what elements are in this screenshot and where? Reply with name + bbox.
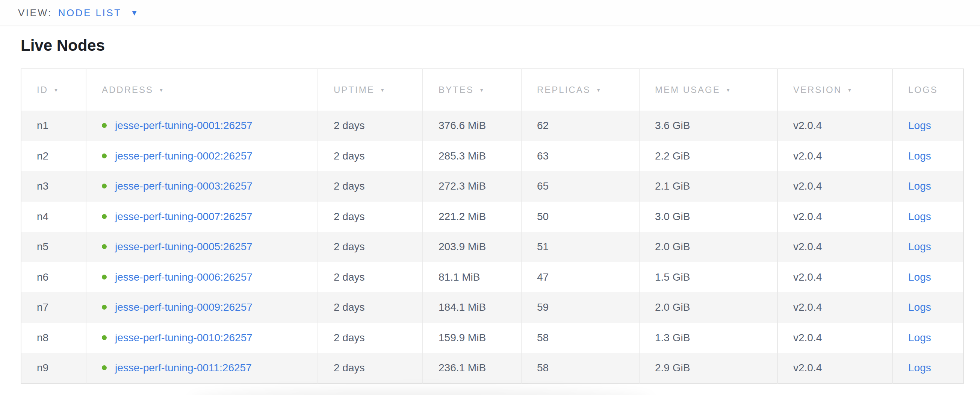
node-bytes-cell: 285.3 MiB [423,141,521,171]
node-replicas-cell: 51 [521,232,639,262]
node-mem-usage-cell: 2.0 GiB [639,292,778,323]
node-live-status-icon [102,305,107,310]
node-address-cell: jesse-perf-tuning-0001:26257 [86,110,318,141]
node-uptime-cell: 2 days [318,353,423,383]
node-replicas-cell: 47 [521,262,639,293]
node-replicas-cell: 58 [521,323,639,353]
column-header-mem-usage[interactable]: MEM USAGE▼ [639,69,778,110]
node-mem-usage-cell: 2.0 GiB [639,232,778,262]
node-id-cell: n6 [21,262,86,293]
sort-arrow-icon: ▼ [159,87,165,93]
node-logs-link[interactable]: Logs [908,241,931,253]
node-logs-link[interactable]: Logs [908,211,931,222]
node-address-cell: jesse-perf-tuning-0002:26257 [86,141,318,171]
sort-arrow-icon: ▼ [479,87,485,93]
node-logs-cell: Logs [892,292,964,323]
node-address-link[interactable]: jesse-perf-tuning-0001:26257 [115,120,253,131]
node-id-cell: n4 [21,201,86,232]
node-bytes-cell: 159.9 MiB [423,323,521,353]
table-row: n5 jesse-perf-tuning-0005:26257 2 days 2… [21,232,964,262]
node-id-cell: n2 [21,141,86,171]
node-logs-link[interactable]: Logs [908,180,931,192]
table-row: n9 jesse-perf-tuning-0011:26257 2 days 2… [21,353,964,383]
node-address-link[interactable]: jesse-perf-tuning-0002:26257 [115,150,253,162]
node-logs-cell: Logs [892,141,964,171]
node-address-link[interactable]: jesse-perf-tuning-0010:26257 [115,332,253,344]
node-address-cell: jesse-perf-tuning-0007:26257 [86,201,318,232]
node-address-link[interactable]: jesse-perf-tuning-0007:26257 [115,211,253,222]
view-selector-dropdown[interactable]: VIEW: NODE LIST ▼ [18,7,138,19]
column-header-version[interactable]: VERSION▼ [778,69,892,110]
column-header-address[interactable]: ADDRESS▼ [86,69,318,110]
node-live-status-icon [102,214,107,219]
column-header-label: VERSION [793,85,842,95]
sort-arrow-icon: ▼ [596,87,602,93]
node-version-cell: v2.0.4 [778,141,892,171]
node-address-cell: jesse-perf-tuning-0011:26257 [86,353,318,383]
node-replicas-cell: 59 [521,292,639,323]
table-row: n8 jesse-perf-tuning-0010:26257 2 days 1… [21,323,964,353]
column-header-id[interactable]: ID▼ [21,69,86,110]
node-logs-link[interactable]: Logs [908,332,931,344]
node-mem-usage-cell: 2.2 GiB [639,141,778,171]
node-logs-cell: Logs [892,353,964,383]
node-logs-cell: Logs [892,171,964,201]
table-row: n3 jesse-perf-tuning-0003:26257 2 days 2… [21,171,964,201]
node-id-cell: n8 [21,323,86,353]
node-replicas-cell: 62 [521,110,639,141]
node-bytes-cell: 376.6 MiB [423,110,521,141]
node-version-cell: v2.0.4 [778,171,892,201]
view-label: VIEW: [18,7,52,19]
node-live-status-icon [102,123,107,128]
node-logs-link[interactable]: Logs [908,362,931,374]
node-mem-usage-cell: 1.3 GiB [639,323,778,353]
table-row: n2 jesse-perf-tuning-0002:26257 2 days 2… [21,141,964,171]
column-header-label: ID [37,85,48,95]
column-header-logs: LOGS [892,69,964,110]
column-header-label: UPTIME [334,85,375,95]
node-live-status-icon [102,275,107,280]
node-logs-cell: Logs [892,232,964,262]
node-uptime-cell: 2 days [318,141,423,171]
node-id-cell: n1 [21,110,86,141]
node-replicas-cell: 63 [521,141,639,171]
node-logs-link[interactable]: Logs [908,120,931,131]
live-nodes-table-body: n1 jesse-perf-tuning-0001:26257 2 days 3… [21,110,964,383]
node-logs-link[interactable]: Logs [908,301,931,313]
node-uptime-cell: 2 days [318,171,423,201]
node-id-cell: n3 [21,171,86,201]
node-logs-link[interactable]: Logs [908,271,931,283]
column-header-label: REPLICAS [537,85,591,95]
node-address-cell: jesse-perf-tuning-0003:26257 [86,171,318,201]
node-uptime-cell: 2 days [318,201,423,232]
node-address-link[interactable]: jesse-perf-tuning-0005:26257 [115,241,253,253]
node-bytes-cell: 203.9 MiB [423,232,521,262]
node-id-cell: n9 [21,353,86,383]
node-version-cell: v2.0.4 [778,323,892,353]
column-header-label: LOGS [908,85,938,95]
chevron-down-icon: ▼ [130,9,138,16]
node-address-cell: jesse-perf-tuning-0006:26257 [86,262,318,293]
node-uptime-cell: 2 days [318,110,423,141]
node-address-link[interactable]: jesse-perf-tuning-0006:26257 [115,271,253,283]
node-logs-cell: Logs [892,201,964,232]
node-bytes-cell: 81.1 MiB [423,262,521,293]
node-address-link[interactable]: jesse-perf-tuning-0009:26257 [115,301,253,313]
node-uptime-cell: 2 days [318,232,423,262]
column-header-bytes[interactable]: BYTES▼ [423,69,521,110]
column-header-uptime[interactable]: UPTIME▼ [318,69,423,110]
column-header-label: ADDRESS [102,85,153,95]
node-address-link[interactable]: jesse-perf-tuning-0003:26257 [115,180,253,192]
column-header-replicas[interactable]: REPLICAS▼ [521,69,639,110]
main-content: Live Nodes ID▼ ADDRESS▼ UPTIME▼ [0,38,980,384]
node-logs-link[interactable]: Logs [908,150,931,162]
node-logs-cell: Logs [892,262,964,293]
column-header-label: BYTES [439,85,474,95]
node-live-status-icon [102,154,107,158]
node-address-link[interactable]: jesse-perf-tuning-0011:26257 [115,362,252,374]
node-mem-usage-cell: 3.0 GiB [639,201,778,232]
table-row: n1 jesse-perf-tuning-0001:26257 2 days 3… [21,110,964,141]
table-row: n4 jesse-perf-tuning-0007:26257 2 days 2… [21,201,964,232]
node-replicas-cell: 65 [521,171,639,201]
page-title: Live Nodes [21,38,980,53]
